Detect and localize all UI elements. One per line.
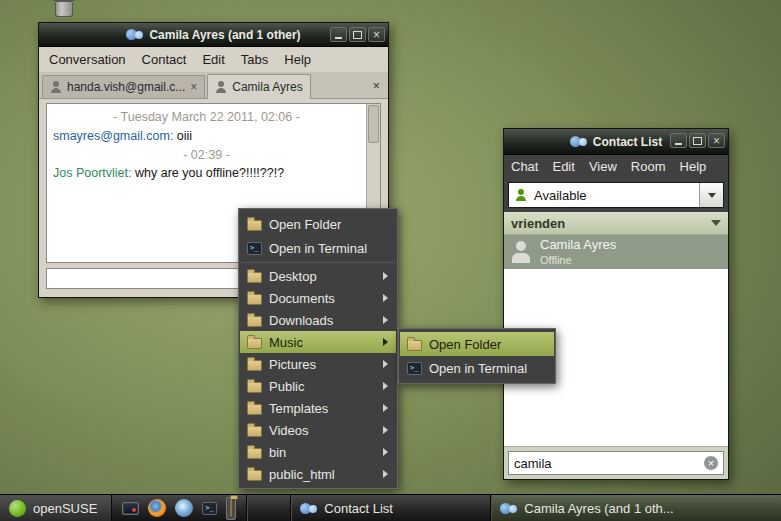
menu-help[interactable]: Help (673, 155, 714, 179)
person-icon (215, 81, 227, 93)
chevron-right-icon (383, 338, 388, 346)
firefox-icon[interactable] (148, 499, 166, 517)
menu-contact[interactable]: Contact (134, 47, 195, 72)
contact-list-menubar: Chat Edit View Room Help (504, 155, 728, 179)
chat-message: smayres@gmail.com: oiii (53, 127, 360, 146)
maximize-button[interactable] (689, 133, 706, 148)
taskbar-camila-ayres[interactable]: Camila Ayres (and 1 oth... (490, 495, 781, 521)
start-button-opensuse[interactable]: openSUSE (0, 495, 112, 521)
folder-icon (247, 426, 262, 437)
menu-item-label: Open Folder (269, 217, 341, 232)
terminal-icon[interactable] (202, 502, 217, 515)
menu-documents[interactable]: Documents (240, 287, 396, 309)
menu-item-label: Music (269, 335, 303, 350)
menu-bin[interactable]: bin (240, 441, 396, 463)
menu-desktop[interactable]: Desktop (240, 265, 396, 287)
chevron-right-icon (383, 448, 388, 456)
menu-videos[interactable]: Videos (240, 419, 396, 441)
contact-list-titlebar[interactable]: Contact List (504, 129, 728, 155)
menu-open-in-terminal[interactable]: Open in Terminal (240, 236, 396, 260)
taskbar-contact-list[interactable]: Contact List (290, 495, 490, 521)
folder-icon (247, 316, 262, 327)
menu-music[interactable]: Music (240, 331, 396, 353)
trash-icon[interactable] (52, 0, 76, 19)
menu-item-label: Open in Terminal (269, 241, 367, 256)
folder-icon (247, 220, 262, 231)
folder-icon (247, 470, 262, 481)
maximize-button[interactable] (349, 27, 366, 42)
tab-camila-ayres[interactable]: Camila Ayres (207, 74, 310, 99)
folder-icon (407, 340, 422, 351)
person-icon (50, 81, 62, 93)
scrollbar-thumb[interactable] (368, 105, 379, 143)
chevron-right-icon (383, 382, 388, 390)
desktop[interactable]: Camila Ayres (and 1 other) Conversation … (0, 0, 781, 521)
menu-item-label: Videos (269, 423, 309, 438)
close-tab-button[interactable] (372, 78, 380, 93)
contact-list-title: Contact List (593, 135, 662, 149)
menu-conversation[interactable]: Conversation (41, 47, 134, 72)
chevron-down-icon (708, 193, 716, 198)
folder-icon (247, 382, 262, 393)
empathy-icon (300, 502, 317, 515)
status-dropdown-button[interactable] (699, 183, 723, 207)
context-submenu: Open Folder Open in Terminal (398, 328, 556, 384)
menu-item-label: Open Folder (429, 337, 501, 352)
menu-edit[interactable]: Edit (194, 47, 232, 72)
menu-edit[interactable]: Edit (545, 155, 581, 179)
folder-icon (247, 448, 262, 459)
menu-room[interactable]: Room (624, 155, 673, 179)
web-browser-icon[interactable] (175, 499, 193, 517)
chat-timestamp: - 02:39 - (53, 146, 360, 165)
menu-chat[interactable]: Chat (504, 155, 545, 179)
empathy-icon (570, 135, 587, 148)
menu-pictures[interactable]: Pictures (240, 353, 396, 375)
menu-help[interactable]: Help (276, 47, 319, 72)
clear-search-icon[interactable] (704, 456, 718, 470)
menu-templates[interactable]: Templates (240, 397, 396, 419)
contact-status: Offline (540, 254, 616, 267)
tab-handa-vish[interactable]: handa.vish@gmail.c... (42, 75, 205, 98)
folder-icon (230, 498, 232, 517)
group-vrienden[interactable]: vrienden (504, 212, 728, 235)
available-icon (515, 189, 527, 201)
quick-launchers (112, 495, 246, 521)
menu-view[interactable]: View (582, 155, 624, 179)
contact-list-window: Contact List Chat Edit View Room Help Av… (503, 128, 729, 480)
close-button[interactable] (708, 133, 725, 148)
menu-open-folder[interactable]: Open Folder (240, 212, 396, 236)
menu-public-html[interactable]: public_html (240, 463, 396, 485)
taskbar-spacer (246, 495, 290, 521)
file-manager-icon[interactable] (226, 497, 236, 520)
computer-icon[interactable] (122, 502, 139, 515)
chat-timestamp: - Tuesday March 22 2011, 02:06 - (53, 108, 360, 127)
tab-label: Camila Ayres (232, 80, 302, 94)
folder-icon (247, 338, 262, 349)
start-label: openSUSE (33, 501, 97, 516)
menu-item-label: public_html (269, 467, 335, 482)
search-input[interactable] (514, 456, 700, 471)
message-sender: Jos Poortvliet: (53, 166, 132, 180)
chevron-right-icon (383, 360, 388, 368)
menu-tabs[interactable]: Tabs (233, 47, 276, 72)
submenu-open-folder[interactable]: Open Folder (400, 332, 554, 356)
task-label: Camila Ayres (and 1 oth... (524, 501, 673, 516)
context-menu: Open Folder Open in Terminal Desktop Doc… (238, 208, 398, 489)
submenu-open-in-terminal[interactable]: Open in Terminal (400, 356, 554, 380)
folder-icon (247, 272, 262, 283)
status-selector[interactable]: Available (508, 182, 724, 208)
search-box (508, 451, 724, 475)
menu-downloads[interactable]: Downloads (240, 309, 396, 331)
chat-window-titlebar[interactable]: Camila Ayres (and 1 other) (39, 23, 388, 47)
menu-separator (241, 262, 395, 263)
close-button[interactable] (368, 27, 385, 42)
menu-item-label: Public (269, 379, 304, 394)
chat-message: Jos Poortvliet: why are you offline?!!!!… (53, 164, 360, 183)
task-label: Contact List (324, 501, 393, 516)
minimize-button[interactable] (670, 133, 687, 148)
contact-row-camila[interactable]: Camila Ayres Offline (504, 235, 728, 269)
minimize-button[interactable] (330, 27, 347, 42)
menu-public[interactable]: Public (240, 375, 396, 397)
tab-close-icon[interactable] (190, 81, 197, 93)
status-row: Available (504, 179, 728, 212)
